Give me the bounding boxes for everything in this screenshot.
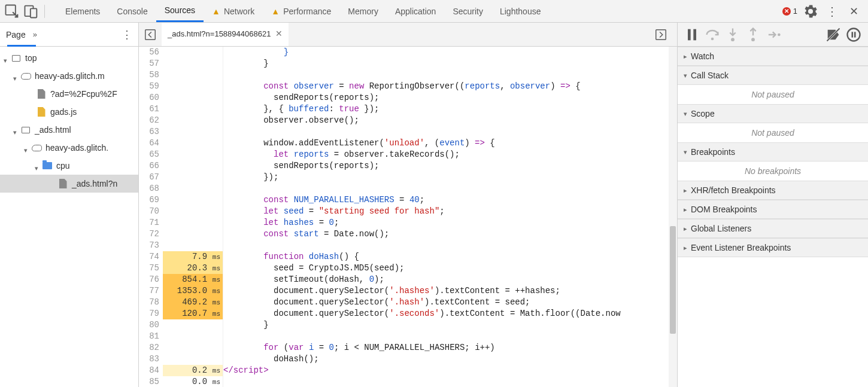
more-tabs-icon[interactable]: » (33, 30, 37, 39)
code-line[interactable]: }, { buffered: true }); (223, 103, 677, 115)
code-line[interactable] (223, 183, 677, 194)
line-number[interactable]: 69 (139, 194, 163, 206)
scrollbar-thumb[interactable] (670, 226, 676, 334)
tree-domain-2[interactable]: heavy-ads.glitch. (0, 139, 138, 157)
pause-on-exceptions-icon[interactable] (844, 26, 863, 43)
tab-console[interactable]: Console (108, 0, 156, 22)
code-line[interactable] (223, 240, 677, 251)
code-line[interactable]: } (223, 58, 677, 69)
line-number[interactable]: 63 (139, 126, 163, 138)
code-line[interactable]: for (var i = 0; i < NUM_PARALLEL_HASHERS… (223, 342, 677, 354)
line-number[interactable]: 75 (139, 263, 163, 274)
tab-memory[interactable]: Memory (339, 0, 387, 22)
error-count[interactable]: ✕ 1 (782, 7, 797, 16)
code-line[interactable]: document.querySelector('.hashes').textCo… (223, 285, 677, 297)
section-event[interactable]: ▸Event Listener Breakpoints (678, 238, 868, 257)
tab-performance[interactable]: ▲Performance (263, 0, 339, 22)
code-editor[interactable]: 565758596061626364656667686970717273747.… (139, 47, 677, 387)
line-number[interactable]: 65 (139, 149, 163, 160)
deactivate-breakpoints-icon[interactable] (824, 26, 843, 43)
code-line[interactable] (223, 376, 677, 387)
line-number[interactable]: 64 (139, 138, 163, 149)
tree-frame[interactable]: _ads.html (0, 121, 138, 139)
page-tab[interactable]: Page (6, 30, 26, 39)
line-number[interactable]: 62 (139, 115, 163, 126)
scrollbar[interactable] (669, 47, 677, 387)
code-line[interactable] (223, 331, 677, 342)
line-number[interactable]: 61 (139, 103, 163, 115)
code-line[interactable]: setTimeout(doHash, 0); (223, 274, 677, 285)
section-scope[interactable]: ▾Scope (678, 104, 868, 123)
line-number[interactable]: 84 (139, 365, 163, 376)
code-line[interactable] (223, 126, 677, 138)
section-xhr[interactable]: ▸XHR/fetch Breakpoints (678, 181, 868, 200)
tab-network[interactable]: ▲Network (204, 0, 263, 22)
line-number[interactable]: 60 (139, 92, 163, 103)
line-number[interactable]: 83 (139, 354, 163, 365)
code-line[interactable]: const observer = new ReportingObserver((… (223, 81, 677, 92)
line-number[interactable]: 59 (139, 81, 163, 92)
tree-file-2[interactable]: gads.js (0, 103, 138, 121)
code-line[interactable]: let seed = "starting seed for hash"; (223, 206, 677, 217)
line-number[interactable]: 73 (139, 240, 163, 251)
line-number[interactable]: 77 (139, 285, 163, 297)
code-line[interactable]: </script> (223, 365, 677, 376)
line-number[interactable]: 80 (139, 319, 163, 331)
line-number[interactable]: 85 (139, 376, 163, 387)
code-line[interactable] (223, 69, 677, 81)
code-line[interactable]: seed = CryptoJS.MD5(seed); (223, 263, 677, 274)
code-line[interactable]: let hashes = 0; (223, 217, 677, 228)
pause-icon[interactable] (682, 26, 702, 43)
close-tab-icon[interactable]: ✕ (275, 29, 283, 38)
code-line[interactable]: window.addEventListener('unload', (event… (223, 138, 677, 149)
code-line[interactable]: const NUM_PARALLEL_HASHERS = 40; (223, 194, 677, 206)
section-global[interactable]: ▸Global Listeners (678, 219, 868, 238)
code-line[interactable]: document.querySelector('.hash').textCont… (223, 297, 677, 308)
tree-folder-cpu[interactable]: cpu (0, 157, 138, 175)
file-tab-active[interactable]: _ads.html?n=1588944068621 ✕ (162, 23, 289, 46)
more-icon[interactable]: ⋮ (824, 3, 840, 20)
code-line[interactable]: }); (223, 172, 677, 183)
code-line[interactable]: function doHash() { (223, 251, 677, 263)
inspect-element-icon[interactable] (4, 3, 20, 20)
line-number[interactable]: 57 (139, 58, 163, 69)
code-line[interactable]: observer.observe(); (223, 115, 677, 126)
tab-security[interactable]: Security (444, 0, 491, 22)
code-line[interactable]: sendReports(reports); (223, 92, 677, 103)
code-area[interactable]: } } const observer = new ReportingObserv… (223, 47, 677, 387)
tree-top[interactable]: top (0, 49, 138, 67)
line-number[interactable]: 74 (139, 251, 163, 263)
device-toggle-icon[interactable] (23, 3, 40, 20)
code-line[interactable]: const start = Date.now(); (223, 228, 677, 240)
line-number[interactable]: 56 (139, 47, 163, 58)
nav-back-icon[interactable] (144, 28, 157, 41)
section-callstack[interactable]: ▾Call Stack (678, 66, 868, 85)
line-number[interactable]: 67 (139, 172, 163, 183)
settings-icon[interactable] (802, 3, 819, 20)
tab-lighthouse[interactable]: Lighthouse (491, 0, 550, 22)
tab-application[interactable]: Application (387, 0, 445, 22)
section-breakpoints[interactable]: ▾Breakpoints (678, 142, 868, 161)
nav-forward-icon[interactable] (654, 28, 667, 41)
line-number[interactable]: 71 (139, 217, 163, 228)
line-number[interactable]: 81 (139, 331, 163, 342)
code-line[interactable]: sendReports(reports); (223, 160, 677, 172)
line-number[interactable]: 79 (139, 308, 163, 319)
code-line[interactable]: document.querySelector('.seconds').textC… (223, 308, 677, 319)
navigator-more-icon[interactable]: ⋮ (122, 28, 132, 41)
line-number[interactable]: 82 (139, 342, 163, 354)
line-number[interactable]: 78 (139, 297, 163, 308)
line-number[interactable]: 58 (139, 69, 163, 81)
line-number[interactable]: 66 (139, 160, 163, 172)
tree-file-3[interactable]: _ads.html?n (0, 175, 138, 193)
tree-domain-1[interactable]: heavy-ads.glitch.m (0, 67, 138, 85)
line-number[interactable]: 76 (139, 274, 163, 285)
code-line[interactable]: } (223, 319, 677, 331)
line-number[interactable]: 70 (139, 206, 163, 217)
tab-sources[interactable]: Sources (156, 0, 204, 22)
section-watch[interactable]: ▸Watch (678, 47, 868, 66)
line-number[interactable]: 72 (139, 228, 163, 240)
close-icon[interactable]: ✕ (845, 3, 862, 20)
line-number[interactable]: 68 (139, 183, 163, 194)
section-dom[interactable]: ▸DOM Breakpoints (678, 200, 868, 219)
